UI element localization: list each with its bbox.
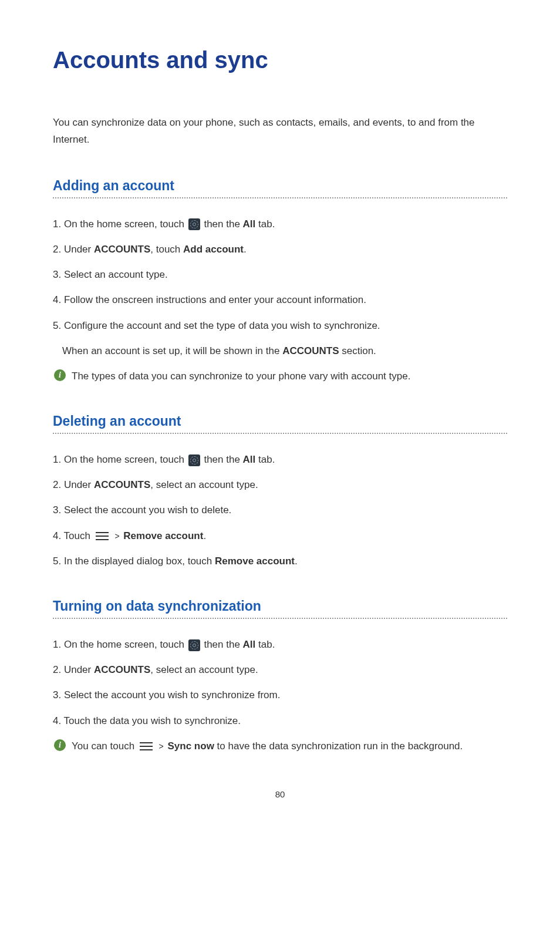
step-item: 4. Touch > Remove account. [53, 528, 507, 544]
step-item: 3. Select an account type. [53, 267, 507, 282]
menu-icon [140, 742, 153, 750]
step-text: . [244, 244, 247, 255]
intro-text: You can synchronize data on your phone, … [53, 115, 507, 149]
info-note: i The types of data you can synchronize … [53, 368, 507, 384]
step-text: Select the account you wish to synchroni… [64, 689, 281, 701]
step-number: 3. [53, 689, 64, 701]
emphasis: Sync now [168, 740, 214, 752]
emphasis: All [243, 639, 256, 650]
emphasis: ACCOUNTS [282, 345, 339, 356]
step-text: then the [201, 454, 243, 465]
emphasis: ACCOUNTS [94, 479, 150, 490]
step-text: On the home screen, touch [64, 454, 187, 465]
emphasis: Remove account [215, 555, 295, 567]
emphasis: Remove account [123, 530, 203, 541]
step-text: On the home screen, touch [64, 639, 187, 650]
step-text: Select the account you wish to delete. [64, 504, 231, 516]
emphasis: Add account [183, 244, 244, 255]
menu-icon [96, 532, 109, 540]
section-heading-adding: Adding an account [53, 178, 507, 198]
info-note: i You can touch > Sync now to have the d… [53, 738, 507, 754]
step-text: In the displayed dialog box, touch [64, 555, 215, 567]
step-item: 4. Follow the onscreen instructions and … [53, 292, 507, 308]
step-item: 1. On the home screen, touch then the Al… [53, 216, 507, 232]
step-text: . [203, 530, 206, 541]
info-text: You can touch > Sync now to have the dat… [72, 738, 463, 754]
section-heading-sync: Turning on data synchronization [53, 598, 507, 619]
info-icon: i [54, 369, 66, 381]
step-number: 1. [53, 218, 64, 230]
step-text: , touch [150, 244, 183, 255]
step-text: tab. [255, 639, 275, 650]
step-text: then the [201, 218, 243, 230]
step-text: then the [201, 639, 243, 650]
chevron-icon: > [114, 531, 119, 541]
step-text: , select an account type. [150, 664, 258, 675]
step-text: Under [64, 479, 94, 490]
step-number: 2. [53, 479, 64, 490]
step-number: 1. [53, 639, 64, 650]
step-item: 3. Select the account you wish to delete… [53, 502, 507, 518]
step-item: 5. In the displayed dialog box, touch Re… [53, 553, 507, 569]
step-number: 3. [53, 269, 64, 280]
step-number: 4. [53, 530, 64, 541]
step-text: Under [64, 244, 94, 255]
step-text: Configure the account and set the type o… [64, 320, 380, 331]
step-text: Touch [64, 530, 93, 541]
step-text: Follow the onscreen instructions and ent… [64, 294, 366, 305]
step-text: On the home screen, touch [64, 218, 187, 230]
step-number: 3. [53, 504, 64, 516]
document-page: Accounts and sync You can synchronize da… [0, 0, 560, 823]
step-text: . [295, 555, 298, 567]
info-text: The types of data you can synchronize to… [72, 368, 410, 384]
settings-icon [188, 639, 200, 651]
step-text: Touch the data you wish to synchronize. [64, 715, 241, 726]
step-number: 4. [53, 715, 64, 726]
step-item: 2. Under ACCOUNTS, select an account typ… [53, 662, 507, 678]
step-note: When an account is set up, it will be sh… [53, 343, 507, 359]
step-item: 1. On the home screen, touch then the Al… [53, 637, 507, 652]
info-text-part: You can touch [72, 740, 137, 752]
step-number: 5. [53, 555, 64, 567]
step-number: 5. [53, 320, 64, 331]
step-text: Select an account type. [64, 269, 168, 280]
page-title: Accounts and sync [53, 47, 507, 73]
page-number: 80 [53, 789, 507, 799]
emphasis: All [243, 454, 256, 465]
step-text: tab. [255, 454, 275, 465]
step-item: 5. Configure the account and set the typ… [53, 318, 507, 334]
step-text: When an account is set up, it will be sh… [62, 345, 282, 356]
emphasis: All [243, 218, 256, 230]
step-number: 4. [53, 294, 64, 305]
step-text: Under [64, 664, 94, 675]
step-item: 2. Under ACCOUNTS, touch Add account. [53, 241, 507, 257]
info-icon: i [54, 739, 66, 751]
chevron-icon: > [159, 742, 164, 751]
emphasis: ACCOUNTS [94, 664, 150, 675]
step-number: 2. [53, 664, 64, 675]
info-text-part: to have the data synchronization run in … [214, 740, 463, 752]
step-number: 2. [53, 244, 64, 255]
step-text: , select an account type. [150, 479, 258, 490]
section-heading-deleting: Deleting an account [53, 413, 507, 434]
step-item: 3. Select the account you wish to synchr… [53, 687, 507, 703]
step-number: 1. [53, 454, 64, 465]
step-text: tab. [255, 218, 275, 230]
step-item: 1. On the home screen, touch then the Al… [53, 452, 507, 467]
step-item: 2. Under ACCOUNTS, select an account typ… [53, 477, 507, 493]
emphasis: ACCOUNTS [94, 244, 150, 255]
settings-icon [188, 454, 200, 466]
step-item: 4. Touch the data you wish to synchroniz… [53, 713, 507, 729]
settings-icon [188, 218, 200, 230]
step-text: section. [339, 345, 376, 356]
